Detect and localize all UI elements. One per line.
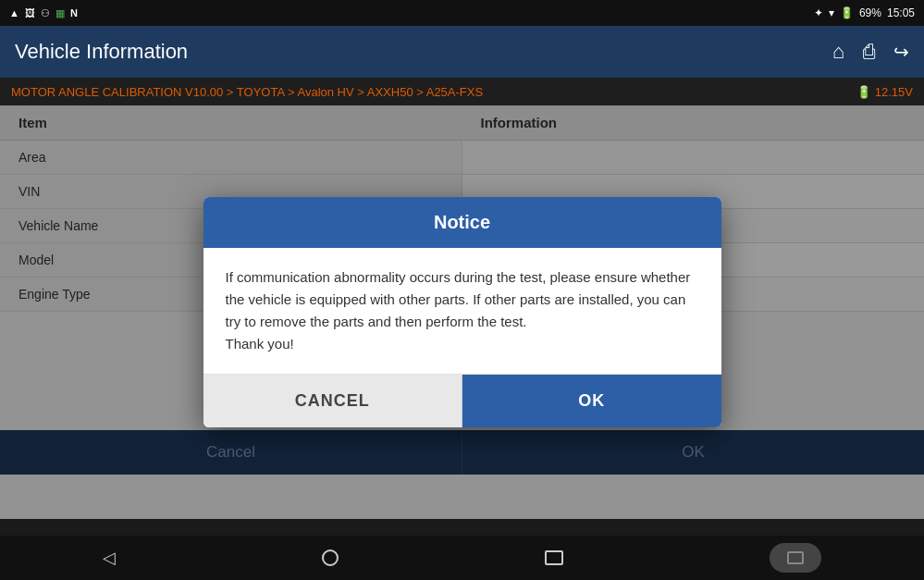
modal-actions: CANCEL OK xyxy=(203,374,721,427)
battery-symbol: 🔋 xyxy=(856,85,871,99)
usb-icon: ⚇ xyxy=(41,7,50,19)
modal-header: Notice xyxy=(203,197,721,248)
notice-modal: Notice If communication abnormality occu… xyxy=(203,197,721,427)
modal-title: Notice xyxy=(434,212,490,232)
breadcrumb-path: MOTOR ANGLE CALIBRATION V10.00 > TOYOTA … xyxy=(11,85,483,99)
modal-overlay: Notice If communication abnormality occu… xyxy=(0,105,924,519)
modal-message: If communication abnormality occurs duri… xyxy=(226,266,699,355)
export-icon[interactable]: ↪ xyxy=(893,41,909,63)
battery-percent: 69% xyxy=(859,6,881,19)
triangle-icon: ▲ xyxy=(9,7,19,19)
clock: 15:05 xyxy=(887,6,915,19)
home-nav-icon[interactable] xyxy=(322,549,339,566)
battery-icon: 🔋 xyxy=(840,6,854,19)
grid-icon: ▦ xyxy=(55,7,65,19)
status-bar-left: ▲ 🖼 ⚇ ▦ N xyxy=(9,7,78,19)
modal-cancel-button[interactable]: CANCEL xyxy=(203,375,463,427)
status-bar-right: ✦ ▾ 🔋 69% 15:05 xyxy=(814,6,915,19)
status-bar: ▲ 🖼 ⚇ ▦ N ✦ ▾ 🔋 69% 15:05 xyxy=(0,0,924,26)
main-content: Item Information Area VIN Vehicle Name M… xyxy=(0,105,924,519)
n-icon: N xyxy=(70,7,78,19)
wifi-icon: ▾ xyxy=(829,6,834,19)
app-header: Vehicle Information ⌂ ⎙ ↪ xyxy=(0,26,924,78)
voltage-display: 12.15V xyxy=(875,85,913,99)
battery-info: 🔋 12.15V xyxy=(856,85,913,99)
recent-img-icon xyxy=(787,551,804,564)
bluetooth-icon: ✦ xyxy=(814,6,823,19)
modal-ok-button[interactable]: OK xyxy=(462,375,721,427)
modal-body: If communication abnormality occurs duri… xyxy=(203,248,721,374)
header-icons: ⌂ ⎙ ↪ xyxy=(832,40,909,64)
back-icon[interactable]: ◁ xyxy=(103,548,116,568)
page-title: Vehicle Information xyxy=(15,40,188,64)
home-icon[interactable]: ⌂ xyxy=(832,40,844,64)
print-icon[interactable]: ⎙ xyxy=(863,40,875,64)
recent-apps-icon[interactable] xyxy=(770,543,821,573)
recents-icon[interactable] xyxy=(545,550,563,565)
picture-icon: 🖼 xyxy=(25,7,35,19)
nav-bar: ◁ xyxy=(0,536,924,580)
breadcrumb-bar: MOTOR ANGLE CALIBRATION V10.00 > TOYOTA … xyxy=(0,78,924,105)
